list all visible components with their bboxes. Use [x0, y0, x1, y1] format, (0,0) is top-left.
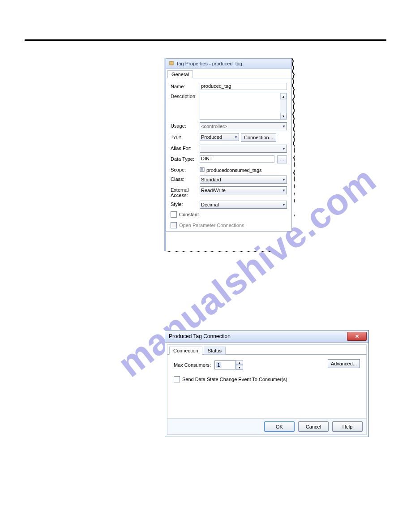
open-param-checkbox: Open Parameter Connections	[171, 222, 287, 228]
class-value: Standard	[201, 177, 221, 182]
row-description: Description: ▴ ▾	[171, 93, 287, 120]
checkbox-icon	[171, 222, 177, 228]
send-data-label: Send Data State Change Event To Consumer…	[182, 377, 287, 382]
scrollbar[interactable]: ▴ ▾	[280, 93, 287, 119]
label-style: Style:	[171, 201, 200, 207]
tag-properties-dialog: Tag Properties - produced_tag General Na…	[166, 58, 292, 232]
torn-edge-right	[291, 58, 295, 251]
dialog2-body: Advanced... Max Consumers: 1 ▴ ▾ Send Da…	[167, 355, 366, 418]
label-scope: Scope:	[171, 166, 200, 172]
chevron-down-icon: ▼	[282, 203, 286, 207]
row-usage: Usage: <controller>▼	[171, 122, 287, 130]
checkbox-icon	[174, 376, 180, 382]
datatype-field[interactable]: DINT	[200, 155, 274, 163]
dialog2-tabrow: Connection Status	[167, 345, 366, 355]
row-style: Style: Decimal▼	[171, 201, 287, 209]
dialog1-title: Tag Properties - produced_tag	[176, 61, 242, 66]
label-datatype: Data Type:	[171, 155, 200, 162]
chevron-down-icon: ▼	[282, 124, 286, 129]
dialog2-button-row: OK Cancel Help	[167, 418, 366, 434]
scroll-down-icon[interactable]: ▾	[280, 113, 287, 119]
help-button[interactable]: Help	[332, 421, 363, 432]
scope-value: producedconsumed_tags	[206, 167, 262, 173]
advanced-button[interactable]: Advanced...	[328, 359, 360, 368]
chevron-down-icon: ▼	[282, 178, 286, 182]
svg-rect-0	[170, 61, 173, 65]
alias-select: ▼	[200, 145, 287, 153]
chevron-down-icon: ▼	[282, 147, 286, 151]
ok-button[interactable]: OK	[264, 421, 295, 432]
external-access-value: Read/Write	[201, 188, 226, 193]
style-value: Decimal	[201, 202, 219, 207]
usage-value: <controller>	[201, 124, 227, 129]
spin-down-icon[interactable]: ▾	[236, 365, 243, 370]
external-access-select[interactable]: Read/Write▼	[200, 186, 287, 194]
row-scope: Scope: producedconsumed_tags	[171, 166, 287, 173]
max-consumers-value[interactable]: 1	[214, 360, 236, 369]
close-icon: ✕	[355, 334, 359, 339]
class-select[interactable]: Standard▼	[200, 176, 287, 184]
scroll-up-icon[interactable]: ▴	[280, 93, 287, 99]
style-select[interactable]: Decimal▼	[200, 201, 287, 209]
row-type: Type: Produced▼ Connection...	[171, 133, 287, 142]
label-name: Name:	[171, 83, 200, 89]
cancel-button[interactable]: Cancel	[298, 421, 329, 432]
constant-label: Constant	[179, 212, 199, 217]
torn-edge-bottom	[166, 249, 292, 252]
dialog2-title: Produced Tag Connection	[169, 333, 231, 339]
dialog1-tabrow: General	[166, 69, 291, 78]
row-name: Name: produced_tag	[171, 83, 287, 90]
close-button[interactable]: ✕	[347, 332, 367, 341]
label-external-access: External Access:	[171, 186, 200, 198]
label-alias: Alias For:	[171, 145, 200, 151]
type-value: Produced	[201, 134, 222, 140]
label-class: Class:	[171, 176, 200, 182]
type-select[interactable]: Produced▼	[200, 133, 239, 141]
page-divider	[25, 39, 386, 41]
app-icon	[169, 60, 174, 67]
label-type: Type:	[171, 133, 200, 139]
dialog2-titlebar: Produced Tag Connection ✕	[165, 330, 368, 343]
constant-checkbox[interactable]: Constant	[171, 211, 287, 218]
tab-connection[interactable]: Connection	[169, 347, 202, 355]
open-param-label: Open Parameter Connections	[179, 223, 244, 228]
spin-up-icon[interactable]: ▴	[236, 360, 243, 365]
scope-icon	[200, 167, 205, 173]
datatype-browse-button[interactable]: ...	[277, 155, 287, 163]
row-external-access: External Access: Read/Write▼	[171, 186, 287, 198]
checkbox-icon	[171, 211, 177, 218]
tab-general[interactable]: General	[167, 70, 193, 78]
dialog1-titlebar: Tag Properties - produced_tag	[166, 59, 291, 69]
row-class: Class: Standard▼	[171, 176, 287, 184]
label-usage: Usage:	[171, 122, 200, 129]
description-field[interactable]: ▴ ▾	[200, 93, 287, 120]
max-consumers-stepper[interactable]: 1 ▴ ▾	[214, 360, 243, 370]
label-description: Description:	[171, 93, 200, 99]
row-datatype: Data Type: DINT ...	[171, 155, 287, 163]
chevron-down-icon: ▼	[282, 189, 286, 193]
dialog2-frame: Connection Status Advanced... Max Consum…	[167, 344, 367, 435]
connection-button[interactable]: Connection...	[241, 133, 276, 142]
usage-select: <controller>▼	[200, 122, 287, 130]
label-max-consumers: Max Consumers:	[174, 362, 211, 368]
tab-status[interactable]: Status	[204, 347, 226, 355]
chevron-down-icon: ▼	[234, 135, 238, 139]
name-field[interactable]: produced_tag	[200, 83, 287, 90]
row-alias: Alias For: ▼	[171, 145, 287, 153]
send-data-checkbox[interactable]: Send Data State Change Event To Consumer…	[174, 376, 360, 382]
dialog1-body: Name: produced_tag Description: ▴ ▾ Usag…	[166, 78, 291, 231]
produced-tag-connection-dialog: Produced Tag Connection ✕ Connection Sta…	[165, 330, 369, 437]
